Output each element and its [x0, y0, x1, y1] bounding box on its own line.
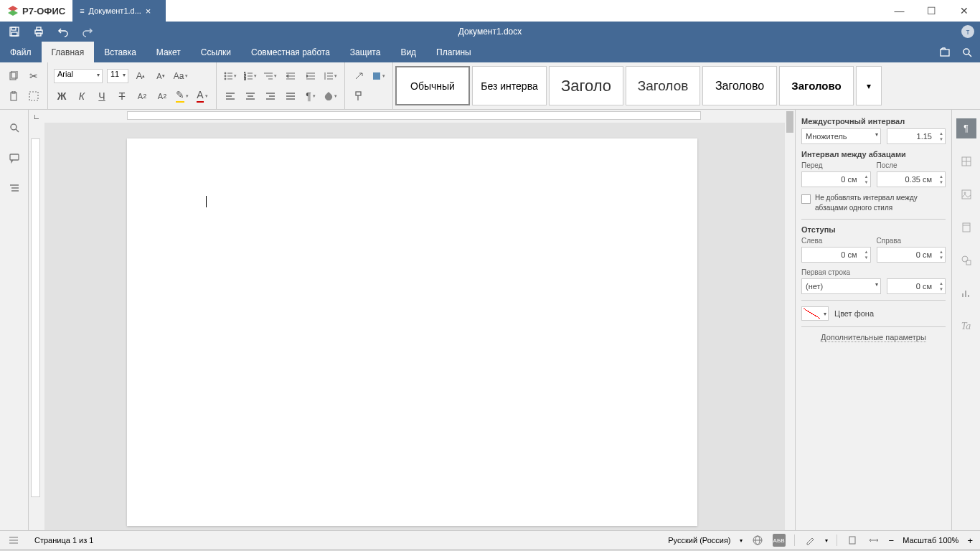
menu-insert[interactable]: Вставка [94, 42, 146, 62]
status-menu-icon[interactable] [7, 534, 20, 547]
zoom-in-button[interactable]: + [967, 535, 973, 546]
select-all-icon[interactable] [26, 88, 42, 104]
minimize-button[interactable]: — [883, 0, 915, 22]
zoom-level[interactable]: Масштаб 100% [903, 536, 958, 545]
undo-icon[interactable] [56, 24, 70, 39]
menu-layout[interactable]: Макет [146, 42, 191, 62]
style-nospacing[interactable]: Без интерва [472, 66, 547, 105]
zoom-out-button[interactable]: − [889, 535, 895, 546]
document-page[interactable] [127, 138, 697, 526]
image-settings-icon[interactable] [956, 184, 976, 204]
close-window-button[interactable]: ✕ [948, 0, 980, 22]
style-heading3[interactable]: Заголово [702, 66, 777, 105]
find-icon[interactable] [7, 121, 22, 135]
document-tab[interactable]: ≡ Документ1.d... × [72, 0, 166, 22]
linespacing-mode-select[interactable]: Множитель▾ [801, 128, 881, 144]
menu-file[interactable]: Файл [0, 42, 42, 62]
bullets-icon[interactable] [222, 68, 238, 84]
italic-icon[interactable]: К [74, 88, 90, 104]
checkbox-icon[interactable] [801, 194, 811, 204]
horizontal-ruler[interactable] [44, 110, 795, 123]
insert-shape-icon[interactable] [371, 68, 387, 84]
shape-settings-icon[interactable] [956, 250, 976, 270]
main-area: ∟ Междустрочный интервал Множитель▾ 1.15… [0, 110, 980, 530]
highlight-icon[interactable]: ✎ [174, 88, 190, 104]
textart-settings-icon[interactable]: Ta [956, 316, 976, 336]
font-name-select[interactable]: Arial▾ [54, 69, 103, 83]
cut-icon[interactable]: ✂ [26, 68, 42, 84]
menu-plugins[interactable]: Плагины [426, 42, 481, 62]
document-title: Документ1.docx [458, 27, 522, 37]
save-icon[interactable] [7, 24, 22, 39]
linespacing-value-input[interactable]: 1.15▲▼ [887, 128, 946, 144]
user-avatar[interactable]: т [961, 25, 974, 38]
after-input[interactable]: 0.35 см▲▼ [877, 171, 946, 187]
maximize-button[interactable]: ☐ [915, 0, 948, 22]
bgcolor-swatch[interactable]: ▾ [801, 306, 829, 321]
font-color-icon[interactable]: A [194, 88, 210, 104]
superscript-icon[interactable]: A2 [134, 88, 150, 104]
decrease-font-icon[interactable]: A▾ [153, 68, 169, 84]
open-location-icon[interactable] [939, 47, 951, 58]
paste-icon[interactable] [6, 88, 22, 104]
print-icon[interactable] [32, 24, 46, 39]
search-icon[interactable] [961, 47, 973, 58]
clear-format-icon[interactable] [351, 68, 367, 84]
firstline-mode-select[interactable]: (нет)▾ [801, 278, 881, 294]
paragraph-mark-icon[interactable]: ¶ [303, 88, 319, 104]
vertical-scrollbar[interactable] [785, 110, 795, 530]
decrease-indent-icon[interactable] [283, 68, 298, 84]
underline-icon[interactable]: Ч [94, 88, 110, 104]
increase-font-icon[interactable]: A▴ [133, 68, 149, 84]
align-center-icon[interactable] [242, 88, 258, 104]
paragraph-settings-icon[interactable]: ¶ [956, 118, 976, 138]
increase-indent-icon[interactable] [303, 68, 319, 84]
menu-references[interactable]: Ссылки [191, 42, 241, 62]
no-spacing-label: Не добавлять интервал между абзацами одн… [815, 193, 946, 213]
styles-more-button[interactable]: ▾ [856, 66, 882, 105]
style-heading4[interactable]: Заголово [779, 66, 854, 105]
headings-icon[interactable] [7, 181, 22, 195]
line-spacing-icon[interactable] [323, 68, 339, 84]
menu-home[interactable]: Главная [42, 42, 95, 62]
track-changes-icon[interactable] [804, 534, 816, 547]
no-spacing-checkbox-row[interactable]: Не добавлять интервал между абзацами одн… [801, 193, 946, 213]
header-footer-icon[interactable] [956, 217, 976, 237]
advanced-settings-link[interactable]: Дополнительные параметры [821, 333, 926, 342]
left-indent-input[interactable]: 0 см▲▼ [801, 247, 871, 263]
subscript-icon[interactable]: A2 [154, 88, 170, 104]
chart-settings-icon[interactable] [956, 283, 976, 303]
doc-language[interactable]: Русский (Россия) [668, 536, 730, 545]
menu-collab[interactable]: Совместная работа [241, 42, 340, 62]
align-right-icon[interactable] [263, 88, 278, 104]
change-case-icon[interactable]: Aa [173, 68, 189, 84]
scrollbar-thumb[interactable] [786, 111, 793, 133]
format-painter-icon[interactable] [351, 88, 367, 104]
multilevel-icon[interactable] [263, 68, 278, 84]
copy-icon[interactable] [6, 68, 22, 84]
menu-view[interactable]: Вид [390, 42, 426, 62]
before-input[interactable]: 0 см▲▼ [801, 171, 871, 187]
style-normal[interactable]: Обычный [395, 66, 470, 105]
right-indent-input[interactable]: 0 см▲▼ [877, 247, 946, 263]
close-tab-icon[interactable]: × [146, 6, 151, 17]
menu-protect[interactable]: Защита [340, 42, 391, 62]
font-size-select[interactable]: 11▾ [107, 69, 128, 83]
style-heading1[interactable]: Заголо [549, 66, 623, 105]
fit-page-icon[interactable] [846, 534, 859, 547]
bold-icon[interactable]: Ж [54, 88, 70, 104]
spellcheck-icon[interactable]: АБВ [773, 534, 786, 547]
fit-width-icon[interactable] [867, 534, 880, 547]
redo-icon[interactable] [80, 24, 95, 39]
table-settings-icon[interactable] [956, 151, 976, 171]
align-justify-icon[interactable] [283, 88, 298, 104]
numbering-icon[interactable]: 123 [242, 68, 258, 84]
globe-icon[interactable] [751, 534, 764, 547]
shading-icon[interactable] [323, 88, 339, 104]
firstline-value-input[interactable]: 0 см▲▼ [887, 278, 946, 294]
page-count[interactable]: Страница 1 из 1 [34, 536, 93, 545]
strikethrough-icon[interactable]: T [114, 88, 130, 104]
style-heading2[interactable]: Заголов [626, 66, 700, 105]
align-left-icon[interactable] [222, 88, 238, 104]
comments-icon[interactable] [7, 151, 22, 165]
